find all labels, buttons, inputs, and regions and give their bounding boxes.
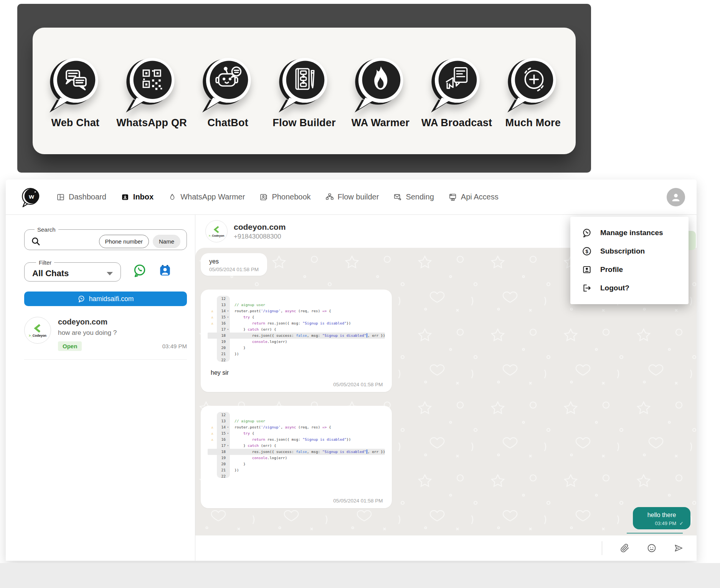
line-number: 18 (217, 449, 230, 455)
line-number: 15▾ (217, 430, 230, 436)
flame-icon (168, 193, 177, 201)
code-line: ⚠16 return res.json({ msg: "Signup is di… (208, 320, 385, 326)
feature-wa-warmer: WA Warmer (343, 53, 418, 129)
feature-wa-broadcast: WA Broadcast (419, 53, 494, 129)
contact-avatar: >_Codeyon (24, 317, 51, 344)
emoji-button[interactable] (647, 543, 657, 553)
code-text: }) (230, 467, 239, 473)
incoming-message-code: 1213// aignup user⚠14▾router.post('/sign… (201, 406, 392, 508)
line-number: 18 (217, 333, 230, 339)
message-text: yes (209, 258, 259, 265)
smiley-icon (647, 543, 657, 553)
fold-caret-icon: ▾ (226, 314, 229, 320)
flame-icon (350, 53, 411, 114)
search-icon (31, 236, 41, 246)
filter-legend: Filter (36, 259, 54, 266)
outgoing-message: hello there 03:49 PM ✓ (633, 507, 690, 529)
nav-label: Phonebook (272, 193, 310, 201)
code-screenshot: 1213// aignup user⚠14▾router.post('/sign… (208, 412, 385, 478)
message-input[interactable] (205, 540, 602, 556)
broadcast-icon (426, 53, 487, 114)
nav-flow-builder[interactable]: Flow builder (325, 193, 379, 201)
person-icon (670, 191, 682, 203)
codeyon-chevron-icon (32, 323, 43, 334)
line-number: 13 (217, 418, 230, 424)
feature-flow-builder: Flow Builder (267, 53, 342, 129)
line-number: 12 (217, 296, 230, 302)
feature-much-more: Much More (495, 53, 570, 129)
fold-caret-icon: ▾ (226, 308, 229, 314)
nav-phonebook[interactable]: Phonebook (259, 193, 310, 201)
fold-caret-icon: ▾ (226, 326, 229, 333)
whatsapp-button[interactable] (132, 263, 147, 278)
chat-filter-select[interactable]: Filter All Chats (24, 259, 121, 282)
whatsapp-icon (132, 263, 147, 278)
line-number: 19 (217, 455, 230, 461)
send-icon (674, 543, 684, 553)
line-number: 21 (217, 467, 230, 473)
logout-icon (582, 283, 592, 293)
code-text: router.post('/signup', async (req, res) … (230, 308, 331, 314)
code-text: // aignup user (230, 418, 265, 424)
feature-label: WA Broadcast (421, 117, 492, 129)
svg-text:$: $ (585, 249, 588, 254)
code-line: ⚠14▾router.post('/signup', async (req, r… (208, 424, 385, 430)
message-timestamp: 03:49 PM (655, 520, 676, 526)
envelope-arrow-icon (393, 193, 402, 201)
app-logo[interactable]: w (20, 186, 43, 208)
feature-label: WhatsApp QR (116, 117, 187, 129)
check-icon: ✓ (679, 520, 684, 526)
code-line: ⚠16 return res.json({ msg: "Signup is di… (208, 436, 385, 443)
menu-manage-instances[interactable]: Manage instances (570, 224, 689, 242)
whatsapp-icon (78, 295, 85, 303)
nav-label: Sending (406, 193, 434, 201)
code-text: }) (230, 351, 239, 357)
code-line: 19 console.log(err) (208, 339, 385, 345)
menu-logout[interactable]: Logout? (570, 279, 689, 297)
account-avatar[interactable] (667, 188, 685, 206)
teal-divider (627, 533, 683, 534)
warning-icon: ⚠ (208, 424, 217, 430)
warning-icon: ⚠ (208, 430, 217, 436)
code-text: } catch (err) { (230, 326, 276, 333)
incoming-message: yes 05/05/2024 01:58 PM (201, 253, 267, 276)
chat-contact-info: codeyon.com +918430088300 (234, 222, 286, 240)
search-by-name-pill[interactable]: Name (153, 235, 180, 248)
send-button[interactable] (674, 543, 684, 553)
instance-button[interactable]: hamidsaifi.com (24, 292, 187, 306)
whatsapp-icon (582, 228, 592, 238)
menu-profile[interactable]: Profile (570, 260, 689, 279)
attach-button[interactable] (620, 543, 630, 553)
message-timestamp: 05/05/2024 01:58 PM (208, 498, 385, 504)
contacts-button[interactable] (159, 264, 172, 277)
org-chart-icon (325, 193, 334, 201)
feature-label: ChatBot (208, 117, 248, 129)
search-by-phone-pill[interactable]: Phone number (99, 235, 149, 248)
code-text: return res.json({ msg: "Signup is disabl… (230, 320, 351, 326)
code-line: 21}) (208, 467, 385, 473)
code-screenshot: 1213// aignup user⚠14▾router.post('/sign… (208, 296, 385, 362)
contact-avatar[interactable]: >_Codeyon (205, 220, 228, 242)
feature-label: Flow Builder (272, 117, 335, 129)
nav-api-access[interactable]: Api Access (449, 193, 499, 201)
nav-inbox[interactable]: Inbox (121, 193, 154, 201)
code-line: 18 res.json({ success: false, msg: "Sign… (208, 449, 385, 455)
chat-item-time: 03:49 PM (162, 343, 187, 349)
warning-icon: ⚠ (208, 314, 217, 320)
code-line: 20 } (208, 461, 385, 467)
fold-caret-icon: ▾ (226, 424, 229, 430)
nav-sending[interactable]: Sending (393, 193, 434, 201)
code-text: } catch (err) { (230, 443, 276, 449)
features-banner: Web Chat WhatsApp QR (17, 4, 591, 173)
menu-subscription[interactable]: $ Subscription (570, 242, 689, 260)
sidebar: Search Phone number Name Filter All Chat… (6, 215, 195, 561)
code-line: ⚠14▾router.post('/signup', async (req, r… (208, 308, 385, 314)
search-input[interactable]: Search Phone number Name (24, 226, 187, 250)
nav-whatsapp-warmer[interactable]: WhatsApp Warmer (168, 193, 245, 201)
codeyon-chevron-icon (212, 225, 221, 234)
codeyon-brand: >_Codeyon (209, 234, 225, 237)
chat-list-item[interactable]: >_Codeyon codeyon.com how are you doing … (24, 317, 187, 360)
nav-dashboard[interactable]: Dashboard (56, 193, 106, 201)
feature-whatsapp-qr: WhatsApp QR (114, 53, 189, 129)
chat-item-preview: how are you doing ? (58, 329, 187, 337)
